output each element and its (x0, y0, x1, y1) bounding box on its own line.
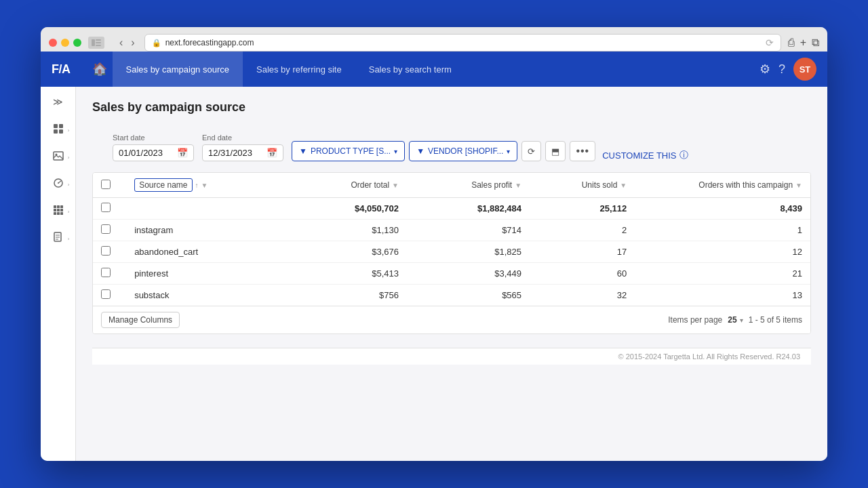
table-row: pinterest $5,413 $3,449 60 21 (93, 263, 810, 285)
tab-search-term[interactable]: Sales by search term (355, 52, 465, 87)
tab-campaign-source[interactable]: Sales by campaign source (113, 52, 243, 87)
order-total-cell: $5,413 (284, 263, 407, 285)
order-total-column-header[interactable]: Order total ▼ (284, 173, 407, 198)
url-text: next.forecastingapp.com (165, 38, 254, 47)
sidebar-item-messages[interactable]: › (45, 226, 72, 251)
expand-arrow: › (68, 182, 70, 188)
export-button[interactable]: ⬒ (545, 141, 566, 161)
expand-arrow: › (68, 127, 70, 134)
vendor-filter-button[interactable]: ▼ VENDOR [SHOPIF... ▾ (409, 141, 517, 161)
tabs-button[interactable]: ⧉ (812, 37, 819, 49)
order-total-cell: $1,130 (284, 220, 407, 241)
home-button[interactable]: 🏠 (87, 58, 113, 81)
sidebar-item-images[interactable]: › (45, 145, 72, 169)
expand-arrow: › (68, 236, 70, 242)
svg-rect-19 (57, 212, 60, 215)
items-per-page-select[interactable]: 25 ▾ (728, 315, 743, 325)
svg-rect-1 (96, 39, 101, 41)
row-checkbox[interactable] (101, 289, 111, 299)
row-checkbox[interactable] (101, 246, 111, 256)
nav-tabs: Sales by campaign source Sales by referr… (113, 52, 465, 87)
svg-rect-3 (96, 45, 101, 46)
copyright-text: © 2015-2024 Targetta Ltd. All Rights Res… (618, 352, 800, 361)
new-tab-button[interactable]: + (800, 37, 806, 49)
manage-columns-button[interactable]: Manage Columns (101, 312, 180, 328)
help-icon[interactable]: ? (778, 62, 785, 77)
per-page-value: 25 (728, 315, 736, 325)
orders-campaign-column-header[interactable]: Orders with this campaign ▼ (635, 173, 810, 198)
sort-asc-icon[interactable]: ↑ (195, 182, 199, 189)
end-date-field: End date 📅 (202, 134, 283, 161)
maximize-button[interactable] (73, 39, 81, 47)
start-date-input[interactable] (119, 148, 173, 158)
settings-icon[interactable]: ⚙ (760, 62, 770, 77)
order-total-cell: $756 (284, 285, 407, 306)
more-options-button[interactable]: ••• (570, 141, 595, 161)
row-checkbox[interactable] (101, 203, 111, 212)
orders-cell: 21 (635, 263, 810, 285)
orders-cell: 12 (635, 241, 810, 263)
table-row: abandoned_cart $3,676 $1,825 17 12 (93, 241, 810, 263)
sidebar-expand-button[interactable]: ≫ (50, 94, 66, 110)
sales-profit-cell: $714 (407, 220, 530, 241)
select-all-checkbox[interactable] (101, 180, 111, 189)
units-sold-label: Units sold (582, 180, 618, 190)
sales-profit-cell: $1,882,484 (407, 198, 530, 220)
sidebar-item-grid[interactable]: › (45, 199, 72, 224)
minimize-button[interactable] (61, 39, 69, 47)
sales-profit-cell: $1,825 (407, 241, 530, 263)
sales-profit-column-header[interactable]: Sales profit ▼ (407, 173, 530, 198)
avatar[interactable]: ST (793, 58, 816, 81)
sidebar-item-analytics[interactable]: › (45, 172, 72, 197)
source-name-column-header[interactable]: Source name ↑ ▼ (126, 173, 284, 198)
grid-icon (53, 205, 64, 218)
close-button[interactable] (49, 39, 57, 47)
orders-cell: 8,439 (635, 198, 810, 220)
sidebar-item-dashboard[interactable]: › (45, 118, 72, 142)
share-button[interactable]: ⎙ (788, 37, 795, 49)
sidebar: ≫ › › › (41, 87, 76, 461)
source-name-cell: instagram (126, 220, 284, 241)
image-icon (53, 150, 64, 164)
order-total-cell: $4,050,702 (284, 198, 407, 220)
document-icon (53, 232, 64, 245)
sidebar-toggle-button[interactable] (88, 37, 104, 49)
forward-button[interactable]: › (128, 35, 137, 50)
column-filter-icon[interactable]: ▼ (795, 182, 802, 189)
orders-cell: 1 (635, 220, 810, 241)
end-date-input[interactable] (208, 148, 262, 158)
svg-rect-5 (59, 124, 63, 128)
order-total-cell: $3,676 (284, 241, 407, 263)
end-date-calendar-icon[interactable]: 📅 (267, 148, 277, 158)
customize-label: CUSTOMIZE THIS (602, 150, 676, 161)
tab-referring-site[interactable]: Sales by referring site (243, 52, 355, 87)
orders-cell: 13 (635, 285, 810, 306)
units-sold-column-header[interactable]: Units sold ▼ (530, 173, 635, 198)
table-row: substack $756 $565 32 13 (93, 285, 810, 306)
svg-rect-4 (54, 124, 58, 128)
sales-profit-label: Sales profit (471, 180, 512, 190)
chevron-down-icon: ▾ (507, 148, 510, 155)
column-filter-icon[interactable]: ▼ (392, 182, 399, 189)
page-title: Sales by campaign source (92, 100, 245, 115)
back-button[interactable]: ‹ (117, 35, 125, 50)
filter-icon: ▼ (299, 146, 307, 156)
product-type-filter-button[interactable]: ▼ PRODUCT TYPE [S... ▾ (292, 141, 405, 161)
table-row: $4,050,702 $1,882,484 25,112 8,439 (93, 198, 810, 220)
address-bar[interactable]: 🔒 next.forecastingapp.com ⟳ (144, 34, 781, 52)
svg-rect-13 (57, 205, 60, 208)
row-checkbox[interactable] (101, 224, 111, 234)
column-filter-icon[interactable]: ▼ (620, 182, 627, 189)
column-filter-icon[interactable]: ▼ (201, 182, 208, 189)
table-row: instagram $1,130 $714 2 1 (93, 220, 810, 241)
start-date-calendar-icon[interactable]: 📅 (177, 148, 188, 158)
browser-controls: ‹ › (117, 35, 138, 50)
app-nav: F/A 🏠 Sales by campaign source Sales by … (41, 52, 827, 87)
app-footer: © 2015-2024 Targetta Ltd. All Rights Res… (92, 348, 811, 365)
filter-icon: ▼ (416, 146, 425, 156)
reload-button[interactable]: ⟳ (766, 37, 774, 48)
column-filter-icon[interactable]: ▼ (515, 182, 521, 189)
customize-button[interactable]: CUSTOMIZE THIS ⓘ (602, 149, 688, 161)
refresh-button[interactable]: ⟳ (521, 141, 541, 161)
row-checkbox[interactable] (101, 268, 111, 277)
